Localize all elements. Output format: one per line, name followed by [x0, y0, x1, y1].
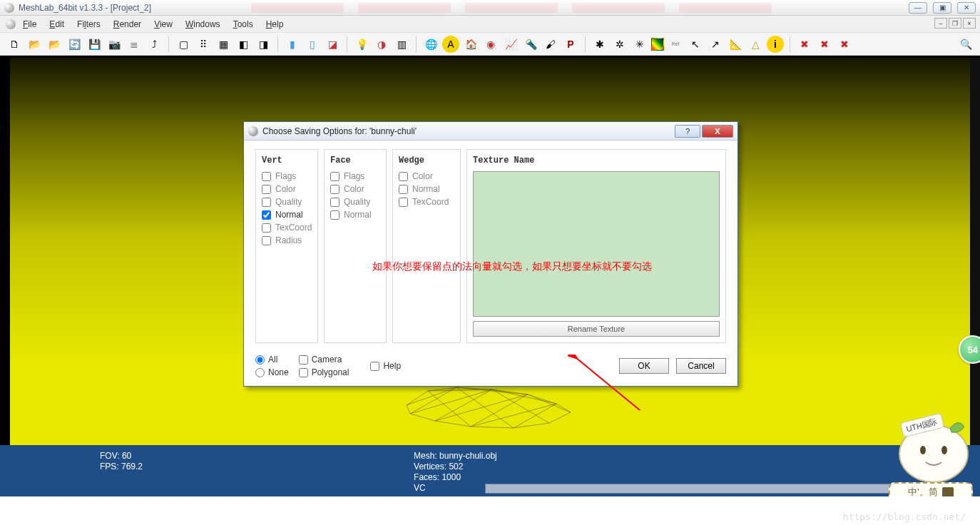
vertices-text: Vertices: 502	[414, 462, 497, 472]
shader-icon[interactable]: ◉	[482, 36, 499, 53]
del2-icon[interactable]: ✖	[816, 36, 833, 53]
menu-view[interactable]: View	[154, 19, 173, 29]
menu-tools[interactable]: Tools	[233, 19, 253, 29]
vert-normal-checkbox[interactable]	[262, 210, 271, 220]
del3-icon[interactable]: ✖	[836, 36, 853, 53]
dialog-titlebar[interactable]: Choose Saving Options for: 'bunny-chuli'…	[244, 122, 737, 141]
points-icon[interactable]: ⠿	[195, 36, 212, 53]
bbox-icon[interactable]: ▢	[175, 36, 192, 53]
texture-list[interactable]	[473, 171, 720, 317]
ref-icon[interactable]: Ref	[667, 36, 684, 53]
mdi-minimize[interactable]: –	[934, 18, 947, 29]
cursor2-icon[interactable]: ↗	[707, 36, 724, 53]
menu-render[interactable]: Render	[113, 19, 141, 29]
rename-texture-button[interactable]: Rename Texture	[473, 321, 720, 337]
smooth-icon[interactable]: ◨	[255, 36, 272, 53]
face-normal-checkbox[interactable]	[330, 210, 340, 220]
meas-icon[interactable]: 📐	[727, 36, 744, 53]
info-icon[interactable]: i	[767, 36, 784, 53]
status-infobar: FOV: 60 FPS: 769.2 Mesh: bunny-chuli.obj…	[0, 445, 980, 496]
sel-vert-icon[interactable]: ✱	[591, 36, 608, 53]
face-quality-checkbox[interactable]	[330, 198, 340, 207]
edge-icon[interactable]: ▥	[393, 36, 410, 53]
maximize-button[interactable]: ▣	[933, 2, 951, 14]
window-titlebar: MeshLab_64bit v1.3.3 - [Project_2] — ▣ ✕	[0, 0, 980, 16]
wire-icon[interactable]: ▦	[215, 36, 232, 53]
close-button[interactable]: ✕	[957, 2, 976, 14]
none-radio[interactable]	[255, 368, 265, 377]
tri-icon[interactable]: △	[747, 36, 764, 53]
mdi-restore[interactable]: ❐	[949, 18, 961, 29]
group-face-label: Face	[330, 156, 380, 165]
cull-icon[interactable]: ▮	[284, 36, 301, 53]
flag-icon[interactable]: P	[562, 36, 579, 53]
layers-icon[interactable]: ≣	[126, 36, 143, 53]
menu-help[interactable]: Help	[266, 19, 284, 29]
wedge-texcoord-checkbox[interactable]	[399, 198, 408, 207]
light2-icon[interactable]: ◑	[373, 36, 390, 53]
face-flags-checkbox[interactable]	[330, 172, 340, 181]
menu-windows[interactable]: Windows	[185, 19, 220, 29]
dialog-icon	[248, 126, 258, 136]
menu-file[interactable]: File	[23, 19, 36, 29]
all-radio[interactable]	[255, 355, 265, 365]
save-icon[interactable]: 💾	[86, 36, 103, 53]
svg-point-2	[920, 446, 926, 454]
sel-icon[interactable]: ◪	[324, 36, 341, 53]
mascot-icon: UTH国际	[880, 397, 973, 482]
menubar: File Edit Filters Render View Windows To…	[0, 16, 980, 33]
menu-filters[interactable]: Filters	[77, 19, 101, 29]
search-icon[interactable]: 🔍	[957, 36, 974, 53]
fps-text: FPS: 769.2	[100, 462, 143, 472]
group-vert-label: Vert	[262, 156, 312, 165]
vert-flags-checkbox[interactable]	[262, 172, 271, 181]
reload-icon[interactable]: 🔄	[66, 36, 83, 53]
cull2-icon[interactable]: ▯	[304, 36, 321, 53]
sel-face-icon[interactable]: ✲	[611, 36, 628, 53]
flat-icon[interactable]: ◧	[235, 36, 252, 53]
vert-radius-checkbox[interactable]	[262, 236, 271, 245]
bulb-icon[interactable]: 🔦	[522, 36, 539, 53]
axes-icon[interactable]: A	[442, 36, 459, 53]
graph-icon[interactable]: 📈	[502, 36, 519, 53]
help-checkbox[interactable]	[370, 362, 379, 371]
dialog-close-button[interactable]: X	[702, 125, 733, 138]
minimize-button[interactable]: —	[909, 2, 927, 14]
watermark-text: https://blog.csdn.net/	[843, 511, 966, 522]
cursor-icon[interactable]: ↖	[687, 36, 704, 53]
camera-checkbox[interactable]	[299, 355, 308, 365]
mesh-wireframe	[399, 384, 578, 434]
face-color-checkbox[interactable]	[330, 185, 340, 194]
house-icon[interactable]: 🏠	[462, 36, 479, 53]
color-icon[interactable]	[651, 38, 664, 51]
vert-quality-checkbox[interactable]	[262, 198, 271, 207]
light-icon[interactable]: 💡	[353, 36, 370, 53]
cancel-button[interactable]: Cancel	[676, 358, 726, 374]
new-icon[interactable]: 🗋	[6, 36, 23, 53]
group-face: Face Flags Color Quality Normal	[324, 149, 387, 343]
wedge-color-checkbox[interactable]	[399, 172, 408, 181]
globe-icon[interactable]: 🌐	[422, 36, 439, 53]
export-icon[interactable]: ⤴	[146, 36, 163, 53]
del1-icon[interactable]: ✖	[796, 36, 813, 53]
browser-tabs-stub	[251, 3, 772, 13]
shirt-icon	[942, 487, 954, 497]
open2-icon[interactable]: 📂	[46, 36, 63, 53]
vert-color-checkbox[interactable]	[262, 185, 271, 194]
brush-icon[interactable]: 🖌	[542, 36, 559, 53]
open-icon[interactable]: 📂	[26, 36, 43, 53]
ok-button[interactable]: OK	[619, 358, 669, 374]
fov-text: FOV: 60	[100, 451, 143, 462]
group-texture: Texture Name Rename Texture	[466, 149, 726, 343]
doc-icon	[6, 19, 16, 29]
dialog-title: Choose Saving Options for: 'bunny-chuli'	[262, 126, 417, 136]
vert-texcoord-checkbox[interactable]	[262, 223, 271, 233]
sel-conn-icon[interactable]: ✳	[631, 36, 648, 53]
dialog-help-button[interactable]: ?	[675, 125, 700, 138]
menu-edit[interactable]: Edit	[49, 19, 64, 29]
snapshot-icon[interactable]: 📷	[106, 36, 123, 53]
wedge-normal-checkbox[interactable]	[399, 185, 408, 194]
polygonal-checkbox[interactable]	[299, 368, 308, 377]
mdi-close[interactable]: ×	[963, 18, 976, 29]
mesh-text: Mesh: bunny-chuli.obj	[414, 451, 497, 462]
